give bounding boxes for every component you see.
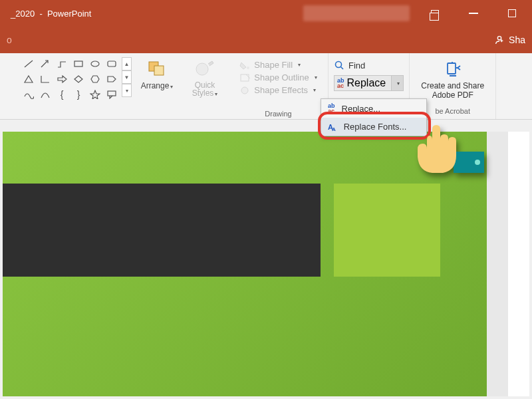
replace-fonts-icon: AA — [328, 123, 337, 131]
replace-dropdown-menu: abac Replace... AA Replace Fonts... — [321, 98, 427, 136]
minimize-button[interactable] — [460, 0, 487, 27]
share-label: Sha — [509, 35, 525, 45]
dark-rectangle-shape[interactable] — [3, 184, 321, 277]
replace-fonts-menu-item[interactable]: AA Replace Fonts... — [321, 118, 426, 136]
svg-rect-12 — [108, 91, 116, 96]
star-icon[interactable] — [88, 88, 102, 101]
shapes-gallery[interactable]: { } ▲ ▼ ▾ — [21, 57, 132, 101]
svg-line-21 — [341, 67, 344, 70]
maximize-button[interactable] — [499, 0, 525, 27]
oval-icon[interactable] — [88, 57, 102, 70]
svg-rect-14 — [154, 66, 164, 75]
shape-effects-button: Shape Effects▾ — [239, 85, 317, 95]
line-shape-icon[interactable] — [21, 57, 36, 70]
ribbon-options-icon[interactable] — [422, 0, 448, 27]
svg-marker-10 — [108, 76, 116, 82]
svg-marker-7 — [58, 76, 66, 82]
svg-point-0 — [497, 37, 501, 40]
gallery-up-icon[interactable]: ▲ — [122, 57, 132, 70]
file-name: _2020 — [11, 9, 35, 19]
create-share-pdf-button[interactable]: Create and Share Adobe PDF — [421, 57, 484, 100]
svg-rect-22 — [448, 63, 456, 74]
acrobat-group-label: be Acrobat — [435, 107, 470, 115]
shape-fill-button: Shape Fill▾ — [239, 60, 317, 70]
brace-left-icon[interactable]: { — [55, 88, 69, 101]
svg-marker-8 — [74, 76, 82, 82]
replace-split-button[interactable]: abac Replace ▾ — [334, 75, 404, 91]
svg-marker-9 — [91, 76, 99, 82]
svg-point-20 — [336, 62, 342, 68]
green-rectangle-shape[interactable] — [334, 184, 440, 277]
svg-line-1 — [25, 61, 33, 67]
callout-icon[interactable] — [104, 88, 119, 101]
replace-menu-item[interactable]: abac Replace... — [321, 99, 426, 118]
connector-icon[interactable] — [55, 57, 69, 70]
svg-rect-5 — [108, 61, 116, 66]
replace-icon: abac — [337, 78, 344, 88]
brace-right-icon[interactable]: } — [71, 88, 86, 101]
corner-icon[interactable] — [38, 72, 53, 86]
blurred-region — [303, 5, 410, 21]
shape-outline-button: Shape Outline▾ — [239, 72, 317, 82]
svg-line-2 — [41, 61, 48, 67]
pointing-hand-icon — [412, 120, 485, 196]
svg-point-24 — [475, 160, 480, 165]
svg-point-19 — [241, 87, 248, 94]
curve-icon[interactable] — [21, 88, 36, 101]
ribbon-tab-row: o Sha — [0, 27, 532, 53]
replace-icon: abac — [328, 103, 335, 114]
arrange-button[interactable]: Arrange▾ — [140, 57, 174, 90]
svg-point-16 — [247, 66, 249, 69]
gallery-more-icon[interactable]: ▾ — [122, 84, 132, 97]
svg-line-18 — [246, 74, 250, 78]
app-name: PowerPoint — [47, 9, 91, 19]
pentagon-arrow-icon[interactable] — [104, 72, 119, 86]
hexagon-icon[interactable] — [88, 72, 102, 86]
rounded-rect-icon[interactable] — [104, 57, 119, 70]
svg-point-4 — [91, 61, 99, 66]
svg-point-15 — [196, 63, 208, 75]
svg-marker-6 — [25, 76, 33, 82]
replace-dropdown-arrow[interactable]: ▾ — [391, 76, 403, 90]
svg-rect-3 — [74, 61, 82, 66]
quick-styles-button: Quick Styles▾ — [188, 57, 222, 98]
drawing-group-label: Drawing — [229, 110, 328, 118]
arc-icon[interactable] — [38, 88, 53, 101]
diamond-icon[interactable] — [71, 72, 86, 86]
gallery-down-icon[interactable]: ▼ — [122, 70, 132, 84]
triangle-icon[interactable] — [21, 72, 36, 86]
find-button[interactable]: Find — [334, 57, 404, 73]
arrow-line-icon[interactable] — [38, 57, 53, 70]
share-button[interactable]: Sha — [494, 35, 525, 45]
window-title: _2020 - PowerPoint — [7, 9, 91, 19]
svg-marker-11 — [90, 90, 100, 99]
title-bar: _2020 - PowerPoint — [0, 0, 532, 27]
slide-gray-column — [487, 132, 508, 396]
arrow-right-icon[interactable] — [55, 72, 69, 86]
rectangle-icon[interactable] — [71, 57, 86, 70]
ribbon: { } ▲ ▼ ▾ Arrange▾ Quick Styles▾ — [0, 53, 532, 120]
